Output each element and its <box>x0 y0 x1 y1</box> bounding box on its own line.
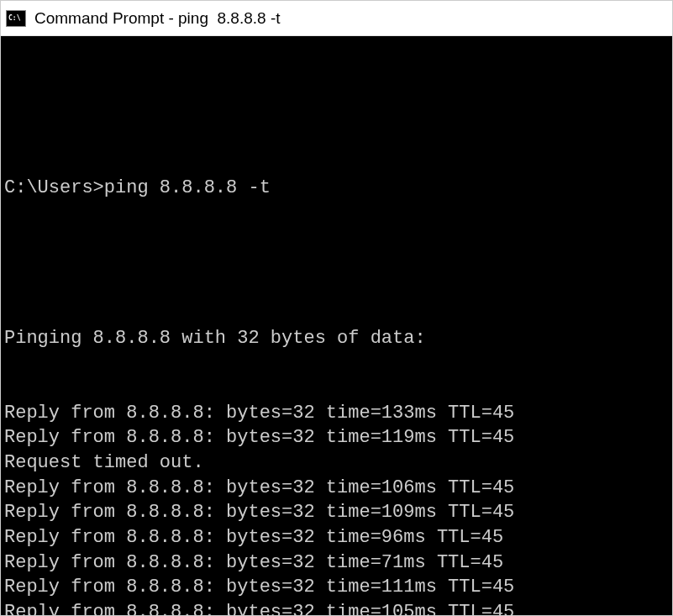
ping-reply-line: Reply from 8.8.8.8: bytes=32 time=71ms T… <box>4 550 669 576</box>
ping-reply-line: Reply from 8.8.8.8: bytes=32 time=109ms … <box>4 500 669 525</box>
ping-reply-line: Reply from 8.8.8.8: bytes=32 time=133ms … <box>4 401 669 426</box>
cmd-icon-label: C:\ <box>8 15 20 22</box>
blank-line <box>4 251 669 276</box>
ping-reply-line: Reply from 8.8.8.8: bytes=32 time=111ms … <box>4 575 669 600</box>
ping-header: Pinging 8.8.8.8 with 32 bytes of data: <box>4 326 669 351</box>
ping-reply-line: Request timed out. <box>4 450 669 476</box>
ping-reply-line: Reply from 8.8.8.8: bytes=32 time=105ms … <box>4 600 669 615</box>
ping-reply-line: Reply from 8.8.8.8: bytes=32 time=119ms … <box>4 425 669 450</box>
prompt-line: C:\Users>ping 8.8.8.8 -t <box>4 176 669 201</box>
window-title: Command Prompt - ping 8.8.8.8 -t <box>34 9 281 28</box>
terminal-output[interactable]: C:\Users>ping 8.8.8.8 -t Pinging 8.8.8.8… <box>1 36 672 615</box>
command-prompt-window: C:\ Command Prompt - ping 8.8.8.8 -t C:\… <box>0 0 673 616</box>
ping-reply-line: Reply from 8.8.8.8: bytes=32 time=106ms … <box>4 476 669 501</box>
ping-reply-line: Reply from 8.8.8.8: bytes=32 time=96ms T… <box>4 525 669 550</box>
cmd-icon: C:\ <box>6 10 26 27</box>
titlebar[interactable]: C:\ Command Prompt - ping 8.8.8.8 -t <box>1 1 672 36</box>
blank-line <box>4 101 669 126</box>
